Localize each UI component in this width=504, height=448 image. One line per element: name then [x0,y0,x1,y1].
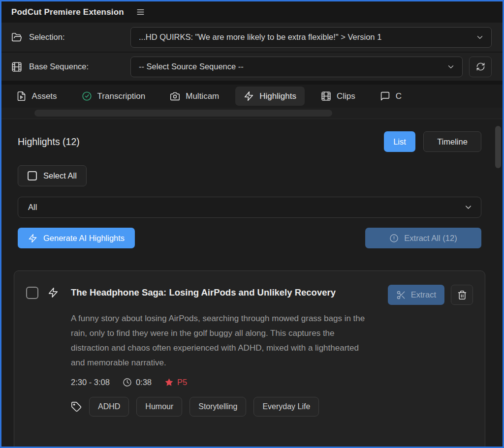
refresh-sequences-button[interactable] [469,57,492,77]
tab-label: Multicam [186,91,219,101]
tag-chip: Everyday Life [253,397,319,417]
delete-highlight-button[interactable] [451,285,473,305]
tag-chip: ADHD [89,397,129,417]
highlights-count-heading: Highlights (12) [18,136,80,148]
highlight-card-body: A funny story about losing AirPods, sear… [71,311,473,417]
star-icon [164,378,174,387]
base-sequence-dropdown[interactable]: -- Select Source Sequence -- [130,57,463,77]
tag-icon [71,401,82,412]
select-all-label: Select All [43,171,77,180]
title-bar: PodCut Premiere Extension [1,1,503,23]
panel-header: Highlights (12) List Timeline [18,131,481,152]
tab-transcription[interactable]: Transcription [73,87,154,106]
refresh-icon [476,62,485,71]
tag-chip: Storytelling [189,397,246,417]
chevron-down-icon [475,33,484,42]
check-circle-icon [82,91,92,101]
highlight-tags: ADHD Humour Storytelling Everyday Life [71,397,473,417]
highlight-meta: 2:30 - 3:08 0:38 P5 [71,378,473,387]
alert-circle-icon [389,234,399,243]
vertical-scrollbar-thumb[interactable] [495,126,501,168]
file-play-icon [16,91,27,101]
select-all-checkbox[interactable] [28,171,37,180]
tab-clips[interactable]: Clips [313,87,364,106]
trash-icon [457,290,467,300]
scissors-icon [396,290,406,300]
list-view-button[interactable]: List [384,131,415,152]
film-icon [321,91,331,101]
filter-dropdown[interactable]: All [18,197,481,218]
folder-open-icon [11,32,22,43]
film-icon [11,61,22,72]
tab-chat-partial[interactable]: C [372,87,410,106]
selection-dropdown[interactable]: ...HD QUIRKS: "We are more likely to be … [130,27,492,48]
chevron-down-icon [446,62,455,71]
tab-label: Assets [32,91,57,101]
base-sequence-dropdown-value: -- Select Source Sequence -- [139,62,446,71]
tab-multicam[interactable]: Multicam [161,87,227,106]
tab-bar: ard Assets Transcription Multicam Highli… [1,85,503,108]
action-row: Generate AI Highlights Extract All (12) [18,228,481,248]
base-sequence-label: Base Sequence: [29,62,89,71]
tab-label: Highlights [259,91,296,101]
base-sequence-row: Base Sequence: -- Select Source Sequence… [1,52,503,81]
selection-row: Selection: ...HD QUIRKS: "We are more li… [1,23,503,52]
lightning-icon [48,287,59,298]
duration: 0:38 [123,378,152,387]
chat-bubble-icon [380,91,390,101]
lightning-icon [28,234,37,243]
lightning-icon [244,91,254,101]
timeline-view-button[interactable]: Timeline [423,131,481,152]
priority-label: P5 [177,378,187,387]
highlight-checkbox[interactable] [26,287,38,299]
selection-label: Selection: [29,32,64,42]
tab-label: Transcription [97,91,146,101]
highlight-card-header: The Headphone Saga: Losing AirPods and U… [26,285,473,305]
highlight-description: A funny story about losing AirPods, sear… [71,311,366,370]
highlight-title: The Headphone Saga: Losing AirPods and U… [71,285,336,300]
select-all-button[interactable]: Select All [18,165,87,186]
highlights-panel: Highlights (12) List Timeline Select All… [1,119,503,448]
header-section: Selection: ...HD QUIRKS: "We are more li… [1,23,503,85]
tab-assets[interactable]: Assets [8,87,65,106]
priority-badge: P5 [164,378,187,387]
selection-dropdown-value: ...HD QUIRKS: "We are more likely to be … [139,32,475,42]
podcut-extension-panel: PodCut Premiere Extension Selection: ...… [0,0,504,448]
clock-icon [123,378,132,387]
horizontal-scrollbar [1,108,503,119]
tab-label: C [396,91,402,101]
extract-all-button[interactable]: Extract All (12) [365,228,481,248]
extract-button[interactable]: Extract [388,285,444,305]
tab-highlights[interactable]: Highlights [235,87,305,106]
time-range: 2:30 - 3:08 [71,378,110,387]
generate-ai-highlights-button[interactable]: Generate AI Highlights [18,228,135,248]
filter-dropdown-value: All [28,203,464,212]
view-toggle: List Timeline [384,131,481,152]
horizontal-scrollbar-thumb[interactable] [34,110,332,117]
chevron-down-icon [464,203,473,212]
tab-label: Clips [337,91,355,101]
highlight-actions: Extract [388,285,473,305]
camera-icon [170,91,180,101]
tag-chip: Humour [136,397,182,417]
hamburger-menu-icon[interactable] [136,7,145,17]
highlight-card: The Headphone Saga: Losing AirPods and U… [14,270,485,448]
window-title: PodCut Premiere Extension [11,7,124,17]
